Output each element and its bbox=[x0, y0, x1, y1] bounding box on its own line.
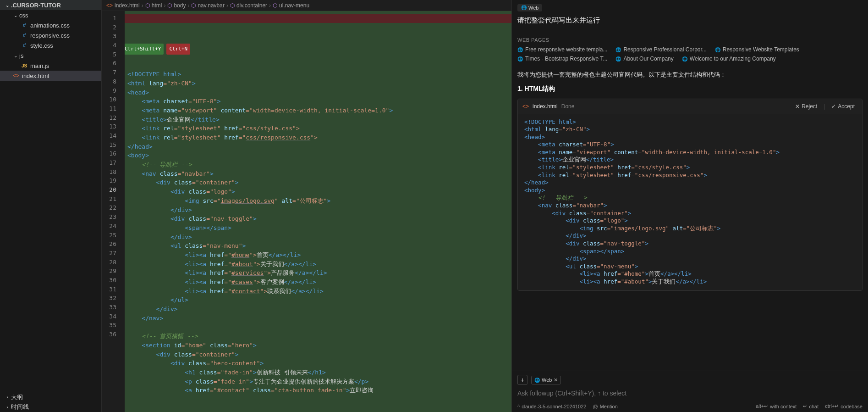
breadcrumb-item: nav.navbar bbox=[198, 2, 224, 9]
line-gutter: 1234567891011121314151617181920212223242… bbox=[102, 11, 125, 412]
globe-icon: 🌐 bbox=[682, 56, 687, 61]
web-context-pill[interactable]: 🌐Web✕ bbox=[531, 376, 561, 384]
symbol-icon: ⬡ bbox=[230, 2, 235, 9]
html-file-icon: <> bbox=[522, 103, 529, 110]
file-explorer: ⌄ .CURSOR-TUTOR ⌄ css # animations.css #… bbox=[0, 0, 102, 412]
link-label: Free responsive website templa... bbox=[525, 46, 607, 53]
mention-button[interactable]: @Mention bbox=[593, 404, 617, 409]
file-responsive-css[interactable]: # responsive.css bbox=[0, 30, 101, 40]
breadcrumb-item: body bbox=[174, 2, 186, 9]
card-code-body: <!DOCTYPE html><html lang="zh-CN"><head>… bbox=[518, 114, 862, 290]
html-file-icon: <> bbox=[12, 72, 20, 79]
pill-label: Web bbox=[542, 377, 552, 383]
model-picker[interactable]: ^ claude-3-5-sonnet-20241022 bbox=[517, 404, 586, 409]
outline-section[interactable]: › 大纲 bbox=[0, 392, 101, 402]
file-style-css[interactable]: # style.css bbox=[0, 40, 101, 50]
chat-response: WEB PAGES 🌐Free responsive website templ… bbox=[512, 25, 868, 371]
globe-icon: 🌐 bbox=[517, 56, 523, 61]
symbol-icon: ⬡ bbox=[273, 2, 277, 9]
globe-icon: 🌐 bbox=[517, 47, 523, 52]
editor-pane: <> index.html ›⬡ html ›⬡ body ›⬡ nav.nav… bbox=[102, 0, 511, 412]
file-label: index.html bbox=[22, 72, 49, 79]
file-label: main.js bbox=[30, 62, 49, 69]
close-icon[interactable]: ✕ bbox=[554, 377, 558, 383]
web-page-link[interactable]: 🌐Free responsive website templa... bbox=[517, 46, 607, 53]
chat-prompt-area: 🌐Web 请把整套代码写出来并运行 bbox=[512, 0, 868, 25]
breadcrumb-item: div.container bbox=[236, 2, 267, 9]
web-page-link[interactable]: 🌐About Our Company bbox=[615, 56, 673, 62]
web-page-link[interactable]: 🌐Times - Bootstrap Responsive T... bbox=[517, 56, 607, 62]
file-index-html[interactable]: <> index.html bbox=[0, 71, 101, 81]
section-label: 时间线 bbox=[11, 403, 29, 411]
accept-button[interactable]: ✓Accept bbox=[829, 103, 857, 110]
chevron-down-icon: ⌄ bbox=[4, 3, 11, 8]
timeline-section[interactable]: › 时间线 bbox=[0, 402, 101, 412]
hint-badge: Ctrl+N bbox=[166, 44, 190, 55]
folder-js[interactable]: ⌄ js bbox=[0, 50, 101, 61]
globe-icon: 🌐 bbox=[521, 5, 527, 10]
symbol-icon: ⬡ bbox=[167, 2, 172, 9]
hint-badge: Ctrl+Shift+Y bbox=[125, 44, 164, 55]
card-header: <> index.html Done ✕Reject | ✓Accept bbox=[518, 99, 862, 114]
inline-hints: Ctrl+Shift+Y Ctrl+N bbox=[125, 44, 509, 55]
chip-label: Web bbox=[528, 5, 538, 11]
web-pages-header: WEB PAGES bbox=[517, 37, 863, 43]
breadcrumb[interactable]: <> index.html ›⬡ html ›⬡ body ›⬡ nav.nav… bbox=[102, 0, 511, 11]
chevron-right-icon: › bbox=[4, 405, 11, 410]
chat-panel: 🌐Web 请把整套代码写出来并运行 WEB PAGES 🌐Free respon… bbox=[511, 0, 868, 412]
codebase-hint: ctrl+↵ codebase bbox=[825, 403, 863, 409]
css-file-icon: # bbox=[20, 32, 28, 39]
chat-hint: ↵ chat bbox=[803, 403, 819, 409]
user-prompt: 请把整套代码写出来并运行 bbox=[517, 15, 863, 26]
check-icon: ✓ bbox=[831, 103, 836, 110]
chevron-down-icon: ⌄ bbox=[12, 53, 19, 58]
close-icon: ✕ bbox=[795, 103, 800, 110]
folder-label: css bbox=[19, 12, 28, 19]
chevron-right-icon: › bbox=[4, 395, 11, 400]
followup-input[interactable] bbox=[517, 388, 863, 399]
link-label: Responsive Professional Corpor... bbox=[623, 46, 706, 53]
file-label: style.css bbox=[30, 42, 53, 49]
diff-highlight bbox=[125, 14, 511, 23]
symbol-icon: ⬡ bbox=[145, 2, 150, 9]
model-name: claude-3-5-sonnet-20241022 bbox=[522, 404, 586, 409]
file-label: animations.css bbox=[30, 22, 70, 29]
button-label: Reject bbox=[802, 103, 817, 110]
file-label: responsive.css bbox=[30, 32, 70, 39]
code-area[interactable]: Ctrl+Shift+Y Ctrl+N <!DOCTYPE html><html… bbox=[125, 11, 511, 412]
with-context-hint: alt+↵ with context bbox=[756, 403, 797, 409]
html-file-icon: <> bbox=[106, 2, 113, 9]
card-filename: index.html bbox=[533, 103, 558, 110]
mention-label: Mention bbox=[600, 404, 618, 409]
file-main-js[interactable]: JS main.js bbox=[0, 61, 101, 71]
link-label: Responsive Website Templates bbox=[723, 46, 799, 53]
root-folder[interactable]: ⌄ .CURSOR-TUTOR bbox=[0, 0, 101, 10]
web-page-link[interactable]: 🌐Welcome to our Amazing Company bbox=[682, 56, 776, 62]
code-suggestion-card: <> index.html Done ✕Reject | ✓Accept <!D… bbox=[517, 99, 863, 291]
reject-button[interactable]: ✕Reject bbox=[792, 103, 820, 110]
web-chip[interactable]: 🌐Web bbox=[517, 4, 542, 11]
breadcrumb-item: html bbox=[152, 2, 162, 9]
chat-input-area: + 🌐Web✕ ^ claude-3-5-sonnet-20241022 @Me… bbox=[512, 371, 868, 412]
folder-css[interactable]: ⌄ css bbox=[0, 10, 101, 20]
globe-icon: 🌐 bbox=[615, 56, 621, 61]
card-status: Done bbox=[561, 103, 575, 110]
file-animations-css[interactable]: # animations.css bbox=[0, 20, 101, 30]
symbol-icon: ⬡ bbox=[191, 2, 196, 9]
response-text: 我将为您提供一套完整的橙色主题公司官网代码。以下是主要文件结构和代码： bbox=[517, 70, 863, 79]
globe-icon: 🌐 bbox=[534, 378, 540, 383]
button-label: Accept bbox=[838, 103, 855, 110]
globe-icon: 🌐 bbox=[715, 47, 720, 52]
section-label: 大纲 bbox=[11, 393, 23, 401]
folder-label: .CURSOR-TUTOR bbox=[11, 2, 61, 9]
web-page-link[interactable]: 🌐Responsive Professional Corpor... bbox=[615, 46, 706, 53]
editor-body[interactable]: 1234567891011121314151617181920212223242… bbox=[102, 11, 511, 412]
css-file-icon: # bbox=[20, 22, 28, 28]
web-page-link[interactable]: 🌐Responsive Website Templates bbox=[715, 46, 799, 53]
add-context-button[interactable]: + bbox=[517, 375, 527, 385]
js-file-icon: JS bbox=[20, 63, 28, 68]
css-file-icon: # bbox=[20, 42, 28, 49]
chevron-down-icon: ⌄ bbox=[12, 13, 19, 18]
link-label: About Our Company bbox=[623, 56, 673, 62]
breadcrumb-item: ul.nav-menu bbox=[279, 2, 309, 9]
